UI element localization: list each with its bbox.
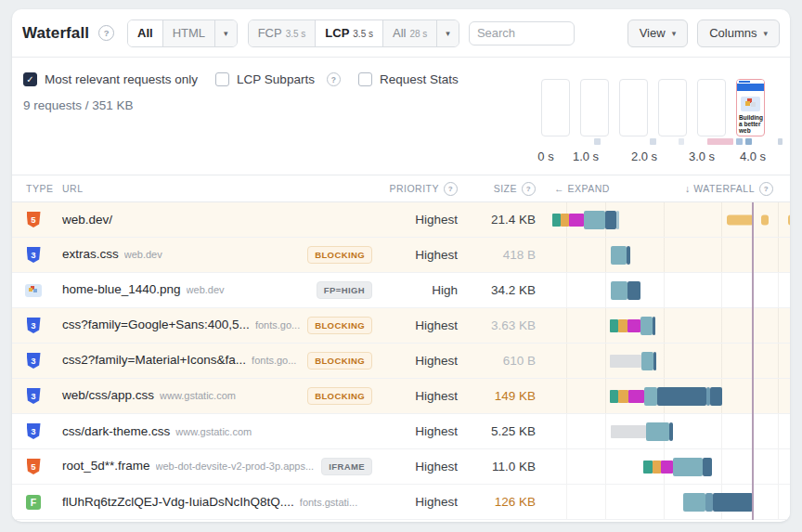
priority-value: Highest: [383, 460, 469, 474]
wf-segment-wait[interactable]: [673, 458, 703, 476]
wf-segment-tcp[interactable]: [561, 214, 569, 227]
wf-segment-ssl[interactable]: [661, 461, 673, 474]
header-priority[interactable]: PRIORITY ?: [383, 182, 469, 196]
size-value: 3.63 KB: [469, 318, 538, 332]
wf-segment-ssl[interactable]: [627, 319, 640, 332]
wf-segment-dl[interactable]: [669, 422, 673, 441]
wf-segment-wait[interactable]: [683, 493, 705, 512]
wf-segment-ssl[interactable]: [569, 214, 584, 227]
filmstrip-frame-4[interactable]: [658, 79, 687, 136]
chevron-down-icon[interactable]: ▾: [436, 20, 459, 46]
wf-segment-dl[interactable]: [627, 281, 640, 300]
header-url: URL: [55, 183, 383, 194]
checkbox-box[interactable]: [358, 72, 372, 86]
url-cell: css/dark-theme.csswww.gstatic.com: [55, 424, 383, 438]
waterfall-help-icon[interactable]: ?: [759, 182, 773, 196]
url-cell: css?family=Google+Sans:400,5...fonts.go.…: [55, 317, 383, 334]
chevron-down-icon[interactable]: ▾: [214, 20, 237, 46]
size-help-icon[interactable]: ?: [522, 182, 536, 196]
filmstrip-frame-5[interactable]: [697, 79, 726, 136]
wf-segment-wait[interactable]: [640, 317, 653, 335]
columns-button[interactable]: Columns ▾: [697, 19, 780, 47]
wf-segment-chunk[interactable]: [788, 214, 790, 225]
filter-segment-all[interactable]: All: [128, 20, 162, 46]
filter-segment-html[interactable]: HTML: [162, 20, 214, 46]
wf-segment-tcp[interactable]: [618, 390, 628, 403]
wf-segment-dl[interactable]: [653, 352, 656, 370]
table-row[interactable]: 3extras.cssweb.devBLOCKINGHighest418 B: [12, 238, 790, 273]
request-name: css?family=Google+Sans:400,5...: [62, 318, 250, 331]
table-header: TYPE URL PRIORITY ? SIZE ? ← EXPAND ↓ WA…: [12, 175, 790, 202]
filmstrip-frame-2[interactable]: [580, 79, 609, 136]
table-row[interactable]: 3css/dark-theme.csswww.gstatic.comHighes…: [12, 414, 790, 449]
search-input[interactable]: [469, 21, 575, 45]
checkbox-box[interactable]: [215, 72, 229, 86]
wf-segment-dns[interactable]: [552, 214, 561, 227]
wf-segment-chunk[interactable]: [761, 214, 769, 225]
css-file-icon: 3: [27, 388, 41, 404]
wf-segment-dl[interactable]: [713, 493, 753, 512]
wf-segment-wait[interactable]: [641, 352, 653, 370]
wf-segment-dl[interactable]: [657, 387, 706, 406]
wf-segment-dl[interactable]: [605, 211, 616, 229]
priority-value: High: [383, 283, 469, 297]
filter-segment-fcp-3-5-s[interactable]: FCP3.5 s: [249, 20, 316, 46]
wf-segment-tcp[interactable]: [653, 461, 661, 474]
table-row[interactable]: 3web/css/app.csswww.gstatic.comBLOCKINGH…: [12, 379, 790, 414]
table-row[interactable]: home-blue_1440.pngweb.devFP=HIGHHigh34.2…: [12, 273, 790, 308]
wf-segment-dl[interactable]: [703, 458, 712, 476]
wf-segment-wait[interactable]: [611, 246, 627, 265]
timeline-mark: [745, 138, 752, 145]
wf-segment-wait[interactable]: [644, 387, 657, 406]
expand-button[interactable]: ← EXPAND: [554, 183, 610, 194]
type-cell: 3: [12, 423, 55, 439]
view-button[interactable]: View ▾: [627, 19, 688, 47]
wf-segment-wait[interactable]: [584, 211, 605, 229]
header-waterfall-sort[interactable]: ↓ WATERFALL ?: [685, 182, 773, 196]
wf-segment-stalled[interactable]: [610, 355, 641, 368]
priority-help-icon[interactable]: ?: [444, 182, 458, 196]
wf-segment-wait[interactable]: [611, 281, 627, 300]
wf-segment-dl[interactable]: [710, 387, 722, 406]
wf-segment-dl[interactable]: [653, 317, 655, 335]
wf-segment-chunk[interactable]: [727, 214, 754, 225]
wf-segment-tcp[interactable]: [618, 319, 627, 332]
type-cell: 3: [12, 388, 55, 404]
wf-segment-ssl[interactable]: [628, 390, 644, 403]
table-row[interactable]: 3css2?family=Material+Icons&fa...fonts.g…: [12, 344, 790, 379]
checkbox-most-relevant-requests-only[interactable]: ✓Most relevant requests only: [23, 72, 198, 86]
table-row[interactable]: 5web.dev/Highest21.4 KB: [12, 202, 790, 238]
wf-segment-dl[interactable]: [627, 246, 630, 265]
request-domain: web-dot-devsite-v2-prod-3p.apps...: [156, 461, 315, 472]
table-row[interactable]: 5root_5d**.frameweb-dot-devsite-v2-prod-…: [12, 449, 790, 485]
time-label: 3.0 s: [689, 149, 715, 163]
filter-segment-all-28-s[interactable]: All28 s: [382, 20, 436, 46]
table-row[interactable]: FflUhRq6tzZclQEJ-Vdg-IuiaDsNcIhQ8tQ....f…: [12, 485, 790, 520]
header-size[interactable]: SIZE ?: [469, 182, 538, 196]
priority-value: Highest: [383, 424, 469, 438]
wf-segment-dns[interactable]: [610, 390, 618, 403]
table-row[interactable]: 3css?family=Google+Sans:400,5...fonts.go…: [12, 308, 790, 344]
priority-value: Highest: [383, 318, 469, 332]
size-value: 11.0 KB: [469, 460, 538, 474]
help-icon[interactable]: ?: [327, 72, 341, 86]
checkbox-box[interactable]: ✓: [23, 72, 37, 86]
filter-segment-lcp-3-5-s[interactable]: LCP3.5 s: [315, 20, 382, 46]
waterfall-help-icon[interactable]: ?: [98, 25, 114, 41]
wf-segment-stalled[interactable]: [611, 425, 646, 438]
wf-segment-dns[interactable]: [643, 461, 653, 474]
toolbar: Waterfall ? AllHTML▾FCP3.5 sLCP3.5 sAll2…: [12, 9, 790, 58]
header-priority-label: PRIORITY: [389, 183, 439, 194]
html-file-icon: 5: [27, 212, 41, 227]
filmstrip-frame-1[interactable]: [541, 79, 570, 136]
wf-segment-dl2[interactable]: [705, 493, 713, 512]
filmstrip-frame-3[interactable]: [619, 79, 648, 136]
wf-segment-tail[interactable]: [616, 211, 619, 229]
filmstrip-frame-6[interactable]: Building a better web: [736, 79, 765, 136]
checkbox-request-stats[interactable]: Request Stats: [358, 72, 459, 86]
type-cell: 3: [12, 353, 55, 369]
wf-segment-dns[interactable]: [610, 319, 618, 332]
timeline-mark: [707, 138, 733, 145]
checkbox-lcp-subparts[interactable]: LCP Subparts?: [215, 72, 341, 86]
wf-segment-wait[interactable]: [646, 422, 669, 441]
